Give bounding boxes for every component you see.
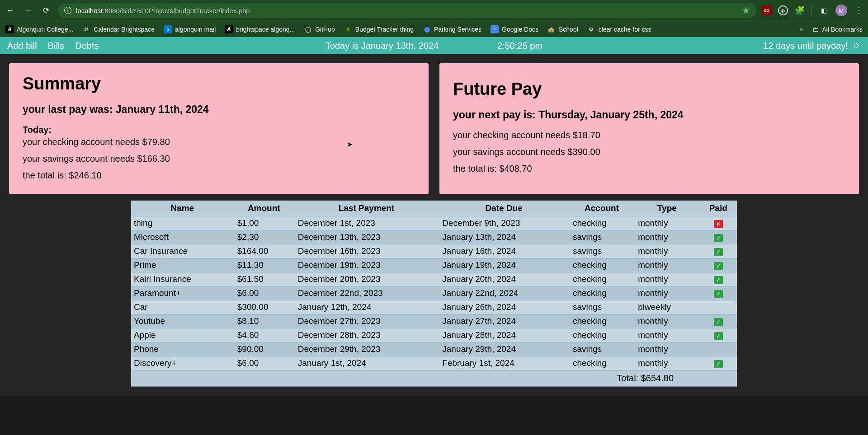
table-cell: January 27th, 2024 bbox=[439, 314, 569, 328]
paid-check-icon[interactable]: ✓ bbox=[714, 276, 723, 284]
paid-check-icon[interactable]: ✓ bbox=[714, 332, 723, 340]
table-cell: December 1st, 2023 bbox=[294, 216, 439, 230]
table-cell: $164.00 bbox=[234, 244, 294, 258]
table-cell: monthly bbox=[634, 272, 699, 286]
bookmark-item[interactable]: ⬤Parking Services bbox=[423, 25, 481, 33]
table-cell: December 28th, 2023 bbox=[294, 328, 439, 342]
paid-check-icon[interactable]: ✓ bbox=[714, 290, 723, 298]
paid-check-icon[interactable]: ✓ bbox=[714, 360, 723, 368]
paid-x-icon[interactable]: ✕ bbox=[714, 220, 723, 228]
table-cell: savings bbox=[569, 342, 634, 356]
table-cell: January 12th, 2024 bbox=[294, 300, 439, 314]
table-row[interactable]: Paramount+$6.00December 22nd, 2023Januar… bbox=[131, 286, 737, 300]
bills-table: NameAmountLast PaymentDate DueAccountTyp… bbox=[131, 201, 737, 387]
nav-link[interactable]: Bills bbox=[48, 41, 65, 51]
table-cell: savings bbox=[569, 300, 634, 314]
paid-cell bbox=[700, 300, 737, 314]
table-row[interactable]: Prime$11.30December 19th, 2023January 19… bbox=[131, 258, 737, 272]
bookmark-label: Algonquin College... bbox=[17, 26, 73, 33]
table-row[interactable]: Car$300.00January 12th, 2024January 26th… bbox=[131, 300, 737, 314]
bookmark-label: Budget Tracker thing bbox=[355, 26, 414, 33]
bookmark-item[interactable]: AAlgonquin College... bbox=[5, 25, 73, 33]
table-row[interactable]: Kairi Insurance$61.50December 20th, 2023… bbox=[131, 272, 737, 286]
table-cell: $4.60 bbox=[234, 328, 294, 342]
table-row[interactable]: Youtube$8.10December 27th, 2023January 2… bbox=[131, 314, 737, 328]
summary-savings: your savings account needs $166.30 bbox=[23, 154, 415, 164]
future-savings: your savings account needs $390.00 bbox=[453, 147, 845, 157]
site-info-icon[interactable]: i bbox=[64, 7, 71, 14]
paid-cell: ✓ bbox=[700, 314, 737, 328]
address-bar[interactable]: i localhost:8080/Side%20Projects/budgetT… bbox=[58, 3, 756, 18]
summary-today-label: Today: bbox=[23, 125, 415, 135]
table-row[interactable]: Apple$4.60December 28th, 2023January 28t… bbox=[131, 328, 737, 342]
table-cell: Prime bbox=[131, 258, 234, 272]
table-row[interactable]: Phone$90.00December 29th, 2023January 29… bbox=[131, 342, 737, 356]
table-header-cell: Last Payment bbox=[294, 201, 439, 216]
forward-button[interactable]: → bbox=[22, 4, 34, 17]
app-nav-bar: Add billBillsDebts Today is January 13th… bbox=[0, 37, 868, 54]
table-cell: Microsoft bbox=[131, 230, 234, 244]
table-cell: December 29th, 2023 bbox=[294, 342, 439, 356]
table-header-cell: Amount bbox=[234, 201, 294, 216]
table-header-cell: Account bbox=[569, 201, 634, 216]
profile-avatar[interactable]: M bbox=[835, 5, 847, 16]
ublock-extension-icon[interactable]: uO bbox=[762, 5, 772, 15]
extension-icon[interactable]: ◐ bbox=[778, 5, 788, 15]
bookmarks-overflow-button[interactable]: » bbox=[800, 26, 802, 33]
paid-check-icon[interactable]: ✓ bbox=[714, 318, 723, 326]
nav-link[interactable]: Add bill bbox=[7, 41, 37, 51]
table-row[interactable]: thing$1.00December 1st, 2023December 9th… bbox=[131, 216, 737, 230]
paid-check-icon[interactable]: ✓ bbox=[714, 234, 723, 242]
bookmark-label: Calendar Brightspace bbox=[94, 26, 155, 33]
table-cell: Kairi Insurance bbox=[131, 272, 234, 286]
bookmark-item[interactable]: oalgonquin mail bbox=[164, 25, 216, 33]
settings-gear-icon[interactable]: ⛭ bbox=[853, 41, 861, 51]
bookmark-star-icon[interactable]: ★ bbox=[742, 5, 750, 16]
bookmark-item[interactable]: ⧉Calendar Brightspace bbox=[82, 25, 155, 33]
table-cell: Paramount+ bbox=[131, 286, 234, 300]
bookmarks-bar: AAlgonquin College...⧉Calendar Brightspa… bbox=[0, 21, 868, 37]
bookmark-item[interactable]: ❋Budget Tracker thing bbox=[344, 25, 414, 33]
table-cell: $6.00 bbox=[234, 286, 294, 300]
bookmark-item[interactable]: ≡Google Docs bbox=[491, 25, 538, 33]
all-bookmarks-button[interactable]: 🗀 All Bookmarks bbox=[812, 26, 863, 33]
table-row[interactable]: Microsoft$2.30December 13th, 2023January… bbox=[131, 230, 737, 244]
side-panel-button[interactable]: ◧ bbox=[818, 5, 829, 16]
summary-last-pay: your last pay was: January 11th, 2024 bbox=[23, 103, 415, 116]
table-row[interactable]: Car Insurance$164.00December 16th, 2023J… bbox=[131, 244, 737, 258]
bookmark-label: Google Docs bbox=[502, 26, 538, 33]
table-cell: December 27th, 2023 bbox=[294, 314, 439, 328]
paid-cell: ✓ bbox=[700, 328, 737, 342]
table-cell: Phone bbox=[131, 342, 234, 356]
bookmark-label: Parking Services bbox=[434, 26, 481, 33]
all-bookmarks-label: All Bookmarks bbox=[822, 26, 863, 33]
table-row[interactable]: Discovery+$6.00January 1st, 2024February… bbox=[131, 356, 737, 370]
back-button[interactable]: ← bbox=[4, 4, 16, 17]
table-cell: January 29th, 2024 bbox=[439, 342, 569, 356]
table-cell: monthly bbox=[634, 244, 699, 258]
table-cell: January 22nd, 2024 bbox=[439, 286, 569, 300]
table-cell: monthly bbox=[634, 314, 699, 328]
bookmark-label: brightspace algonq... bbox=[236, 26, 295, 33]
paid-check-icon[interactable]: ✓ bbox=[714, 262, 723, 270]
extensions-button[interactable]: 🧩 bbox=[794, 5, 805, 16]
table-cell: December 20th, 2023 bbox=[294, 272, 439, 286]
reload-button[interactable]: ⟳ bbox=[40, 4, 52, 17]
bookmark-item[interactable]: Abrightspace algonq... bbox=[225, 25, 295, 33]
table-cell: January 13th, 2024 bbox=[439, 230, 569, 244]
bookmark-label: School bbox=[559, 26, 578, 33]
chrome-menu-button[interactable]: ⋮ bbox=[854, 5, 864, 16]
bookmark-item[interactable]: ⚙clear cache for css bbox=[587, 25, 651, 33]
nav-link[interactable]: Debts bbox=[75, 41, 99, 51]
page-content: Summary your last pay was: January 11th,… bbox=[0, 54, 868, 396]
bookmark-item[interactable]: 🏫School bbox=[547, 25, 578, 33]
summary-checking: your checking account needs $79.80 bbox=[23, 137, 415, 147]
paid-check-icon[interactable]: ✓ bbox=[714, 248, 723, 256]
bookmark-label: clear cache for css bbox=[599, 26, 651, 33]
table-cell: December 16th, 2023 bbox=[294, 244, 439, 258]
table-cell: monthly bbox=[634, 328, 699, 342]
table-cell: Car Insurance bbox=[131, 244, 234, 258]
table-cell: biweekly bbox=[634, 300, 699, 314]
summary-card: Summary your last pay was: January 11th,… bbox=[9, 63, 429, 194]
bookmark-item[interactable]: ◯GitHub bbox=[304, 25, 335, 33]
